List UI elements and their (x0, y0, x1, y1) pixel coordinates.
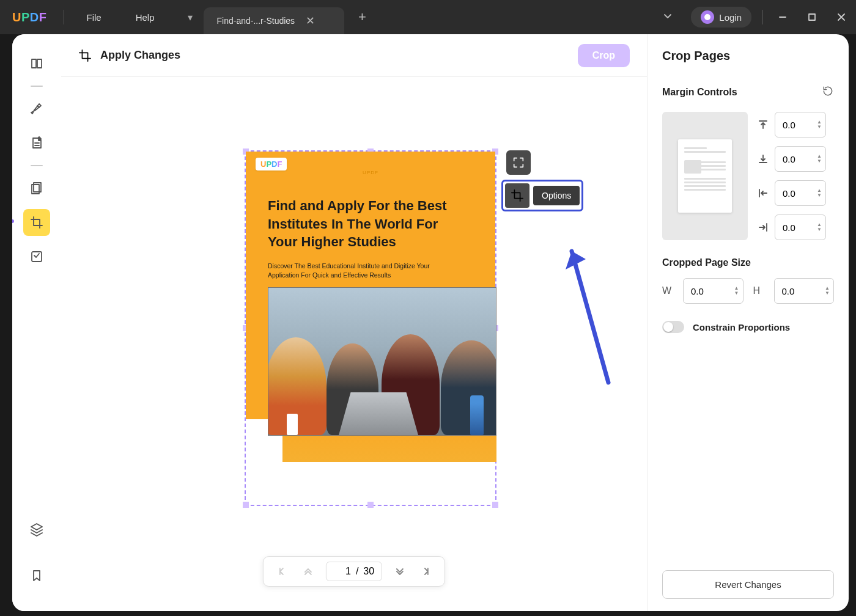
app-container: Apply Changes Crop UPDF UPDF Find and Ap… (12, 34, 849, 611)
page-navigator: / 30 (263, 556, 445, 587)
page-input[interactable] (334, 566, 351, 577)
prev-page-button[interactable] (294, 559, 322, 584)
height-input[interactable]: ▲▼ (774, 278, 835, 304)
width-input[interactable]: ▲▼ (683, 278, 743, 304)
spinner-icon[interactable]: ▲▼ (825, 286, 830, 296)
constrain-label: Constrain Proportions (693, 322, 790, 332)
redact-tool[interactable] (23, 243, 50, 270)
options-callout: Options (501, 180, 583, 211)
action-title: Apply Changes (100, 49, 180, 62)
tab-list-dropdown[interactable]: ▾ (177, 0, 204, 34)
page-total: 30 (363, 566, 374, 577)
document-page[interactable]: UPDF UPDF Find and Apply For the Best In… (245, 150, 496, 506)
doc-subtitle: Discover The Best Educational Institute … (268, 262, 446, 280)
crop-tool[interactable] (23, 209, 50, 236)
avatar-icon (701, 10, 714, 24)
reader-tool[interactable] (23, 50, 50, 77)
top-action-bar: Apply Changes Crop (61, 34, 647, 77)
canvas-area[interactable]: UPDF UPDF Find and Apply For the Best In… (61, 77, 647, 611)
doc-logo: UPDF (256, 158, 287, 170)
close-tab-icon[interactable]: ✕ (306, 14, 315, 28)
new-tab-button[interactable]: + (350, 9, 375, 25)
page-preview (662, 112, 748, 240)
left-sidebar (12, 34, 61, 611)
sidebar-indicator (12, 218, 16, 225)
margin-right-icon (756, 221, 770, 234)
tab-title: Find-and-...r-Studies (217, 16, 295, 26)
right-panel: Crop Pages Margin Controls (647, 34, 849, 611)
document-tab[interactable]: Find-and-...r-Studies ✕ (204, 7, 344, 34)
page-counter: / 30 (326, 562, 382, 581)
crop-icon (78, 49, 92, 62)
doc-watermark: UPDF (363, 170, 378, 175)
margin-top-input[interactable]: ▲▼ (775, 112, 826, 138)
constrain-toggle[interactable] (662, 321, 684, 333)
main-content: Apply Changes Crop UPDF UPDF Find and Ap… (61, 34, 647, 611)
margin-controls-title: Margin Controls (662, 87, 737, 98)
bookmark-icon[interactable] (23, 562, 50, 589)
app-logo: UPDF (0, 10, 59, 24)
close-window-button[interactable] (827, 0, 856, 34)
window-dropdown-icon[interactable] (651, 11, 685, 23)
doc-photo (268, 287, 496, 436)
minimize-button[interactable] (768, 0, 797, 34)
revert-button[interactable]: Revert Changes (662, 570, 834, 599)
page-content: UPDF UPDF Find and Apply For the Best In… (246, 152, 495, 505)
crop-options-button[interactable] (505, 183, 529, 208)
menu-help[interactable]: Help (119, 12, 172, 23)
fit-page-button[interactable] (506, 150, 531, 175)
spinner-icon[interactable]: ▲▼ (817, 120, 822, 130)
margin-right-input[interactable]: ▲▼ (775, 215, 826, 240)
doc-title: Find and Apply For the Best Institutes I… (268, 197, 459, 251)
height-label: H (753, 285, 764, 296)
spinner-icon[interactable]: ▲▼ (817, 154, 822, 164)
spinner-icon[interactable]: ▲▼ (817, 222, 822, 232)
annotation-arrow (563, 242, 618, 389)
organize-pages-tool[interactable] (23, 175, 50, 202)
margin-left-icon (756, 186, 770, 200)
margin-bottom-icon (756, 152, 770, 166)
cropped-size-title: Cropped Page Size (662, 257, 751, 268)
margin-bottom-input[interactable]: ▲▼ (775, 146, 826, 172)
first-page-button[interactable] (266, 559, 294, 584)
menu-file[interactable]: File (69, 12, 118, 23)
comment-tool[interactable] (23, 95, 50, 122)
maximize-button[interactable] (797, 0, 827, 34)
next-page-button[interactable] (386, 559, 414, 584)
svg-rect-0 (809, 14, 815, 20)
layers-icon[interactable] (23, 516, 50, 543)
last-page-button[interactable] (414, 559, 442, 584)
crop-button[interactable]: Crop (578, 44, 630, 67)
edit-tool[interactable] (23, 130, 50, 156)
reset-margins-button[interactable] (822, 85, 834, 100)
login-label: Login (719, 12, 742, 23)
margin-top-icon (756, 118, 770, 131)
spinner-icon[interactable]: ▲▼ (817, 188, 822, 198)
page-separator: / (356, 566, 358, 577)
login-button[interactable]: Login (691, 7, 751, 28)
width-label: W (662, 285, 673, 296)
options-tooltip: Options (533, 186, 580, 205)
margin-left-input[interactable]: ▲▼ (775, 180, 826, 206)
titlebar: UPDF File Help ▾ Find-and-...r-Studies ✕… (0, 0, 856, 34)
panel-title: Crop Pages (662, 49, 834, 63)
spinner-icon[interactable]: ▲▼ (734, 286, 739, 296)
